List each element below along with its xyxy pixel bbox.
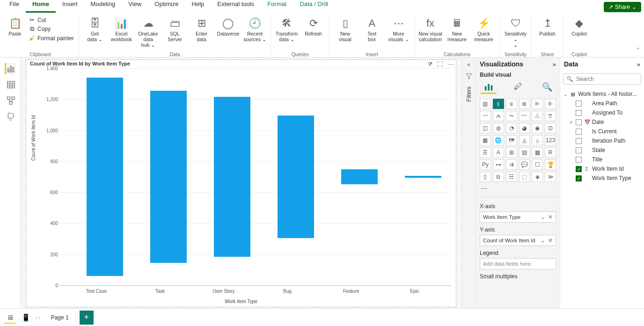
viz-type-28[interactable]: ▦ [532, 147, 543, 158]
build-visual-tab[interactable] [481, 81, 497, 94]
field-area-path[interactable]: >Area Path [562, 99, 642, 108]
viz-type-26[interactable]: ⊞ [506, 147, 517, 158]
copilot-button[interactable]: ◆Copilot [566, 15, 592, 48]
field-work-item-type[interactable]: >Work Item Type [562, 174, 642, 183]
mobile-layout-button[interactable]: 📱 [20, 312, 32, 324]
field-checkbox[interactable] [576, 175, 582, 181]
field-date[interactable]: >📅Date [562, 117, 642, 127]
field-state[interactable]: >State [562, 145, 642, 155]
viz-type-21[interactable]: ◬ [519, 135, 530, 145]
viz-type-32[interactable]: ⇉ [506, 159, 517, 170]
recent-sources-button[interactable]: 🕘Recentsources ⌄ [242, 15, 268, 48]
model-view-button[interactable] [5, 95, 16, 106]
format-painter-button[interactable]: 🖌Format painter [26, 34, 76, 42]
menu-home[interactable]: Home [26, 0, 56, 13]
viz-type-24[interactable]: ☰ [480, 147, 491, 158]
share-button[interactable]: ↗ Share ⌄ [604, 2, 641, 12]
prev-page-button[interactable]: ‹ [36, 314, 37, 321]
text-box-button[interactable]: ATextbox [359, 15, 385, 48]
viz-type-19[interactable]: 🌐 [493, 135, 504, 145]
viz-type-34[interactable]: ☐ [532, 159, 543, 170]
viz-type-16[interactable]: ◉ [532, 123, 543, 133]
xaxis-field[interactable]: Work Item Type⌄✕ [480, 211, 556, 223]
paste-button[interactable]: 📋 Paste [5, 15, 25, 48]
next-page-button[interactable]: › [38, 314, 40, 321]
viz-type-0[interactable]: ▥ [480, 99, 491, 109]
desktop-layout-button[interactable]: 🖥 [4, 312, 16, 324]
menu-modeling[interactable]: Modeling [84, 0, 122, 13]
onelake-data-hub-button[interactable]: ☁OneLake datahub ⌄ [135, 15, 161, 48]
viz-type-7[interactable]: ⩕ [493, 111, 504, 121]
field-work-item-id[interactable]: >ΣWork Item Id [562, 164, 642, 174]
viz-type-14[interactable]: ◔ [506, 123, 517, 133]
collapse-data-button[interactable]: » [637, 61, 640, 68]
viz-type-30[interactable]: Py [480, 159, 491, 170]
copy-button[interactable]: ⧉Copy [26, 25, 76, 33]
menu-format[interactable]: Format [261, 0, 293, 13]
viz-type-17[interactable]: ⊡ [545, 123, 556, 133]
more-visuals-button[interactable]: ⋯Morevisuals ⌄ [386, 15, 411, 48]
quick-measure-button[interactable]: ⚡Quickmeasure [471, 15, 497, 48]
viz-type-22[interactable]: ⍙ [532, 135, 543, 145]
report-canvas[interactable]: Count of Work Item Id by Work Item Type … [21, 58, 461, 308]
sql-server-button[interactable]: 🗃SQLServer [162, 15, 188, 48]
viz-type-18[interactable]: ▦ [480, 135, 491, 145]
bar[interactable] [87, 78, 123, 276]
field-checkbox[interactable] [576, 119, 582, 125]
new-visual-calculation-button[interactable]: fxNew visualcalculation [417, 15, 443, 48]
focus-mode-icon[interactable]: ⛶ [437, 61, 443, 68]
field-assigned-to[interactable]: >Assigned To [562, 108, 642, 117]
viz-type-12[interactable]: ◫ [480, 123, 491, 133]
more-options-icon[interactable]: ⋯ [448, 61, 454, 68]
viz-type-36[interactable]: ▯ [480, 172, 491, 182]
refresh-button[interactable]: ⟳Refresh [300, 15, 326, 48]
table-node[interactable]: ⌄ ▦ Work Items - All histor... [562, 89, 642, 99]
add-page-button[interactable]: + [80, 311, 94, 325]
search-input[interactable]: 🔍 [563, 73, 641, 85]
viz-more-button[interactable]: ⋯ [476, 184, 560, 197]
menu-optimize[interactable]: Optimize [148, 0, 185, 13]
viz-type-35[interactable]: 🏆 [545, 159, 556, 170]
report-view-button[interactable] [5, 63, 16, 74]
page-tab[interactable]: Page 1 [44, 312, 76, 324]
chevron-down-icon[interactable]: ⌄ [541, 214, 545, 220]
viz-type-39[interactable]: ⬚ [519, 172, 530, 182]
menu-file[interactable]: File [3, 0, 26, 13]
legend-field[interactable]: Add data fields here [480, 258, 556, 269]
new-visual-button[interactable]: ▯Newvisual [332, 15, 358, 48]
dataverse-button[interactable]: ◯Dataverse [215, 15, 241, 48]
excel-workbook-button[interactable]: 📊Excelworkbook [109, 15, 134, 48]
viz-type-10[interactable]: ⧊ [532, 111, 543, 121]
filter-icon[interactable]: ⧩ [427, 61, 432, 68]
analytics-tab[interactable]: 🔍 [539, 81, 555, 94]
viz-type-31[interactable]: ⊶ [493, 159, 504, 170]
sensitivity-button[interactable]: 🛡Sensitivity ⌄⌄ [503, 15, 528, 48]
enter-data-button[interactable]: ⊞Enterdata [189, 15, 214, 48]
transform-data-button[interactable]: 🛠Transformdata ⌄ [274, 15, 300, 48]
search-field[interactable] [576, 76, 644, 82]
bar[interactable] [341, 169, 378, 184]
field-checkbox[interactable] [576, 101, 582, 107]
field-checkbox[interactable] [576, 166, 582, 172]
viz-type-23[interactable]: 123 [545, 135, 556, 145]
viz-type-25[interactable]: A [493, 147, 504, 158]
viz-type-33[interactable]: 💬 [519, 159, 530, 170]
table-view-button[interactable] [5, 79, 16, 90]
field-title[interactable]: >Title [562, 155, 642, 164]
menu-view[interactable]: View [122, 0, 148, 13]
viz-type-40[interactable]: ◈ [532, 172, 543, 182]
viz-type-8[interactable]: 〜 [506, 111, 517, 121]
viz-type-29[interactable]: R [545, 147, 556, 158]
viz-type-38[interactable]: ☵ [506, 172, 517, 182]
menu-insert[interactable]: Insert [56, 0, 84, 13]
viz-type-11[interactable]: ⩢ [545, 111, 556, 121]
field-is-current[interactable]: >Is Current [562, 127, 642, 136]
viz-type-6[interactable]: 〰 [480, 111, 491, 121]
field-checkbox[interactable] [576, 129, 582, 135]
viz-type-41[interactable]: ≫ [545, 172, 556, 182]
chevron-down-icon[interactable]: ⌄ [541, 237, 545, 244]
bar[interactable] [405, 176, 441, 178]
menu-help[interactable]: Help [185, 0, 211, 13]
publish-button[interactable]: ↥Publish [534, 15, 560, 48]
get-data-button[interactable]: 🗄Getdata ⌄ [82, 15, 108, 48]
